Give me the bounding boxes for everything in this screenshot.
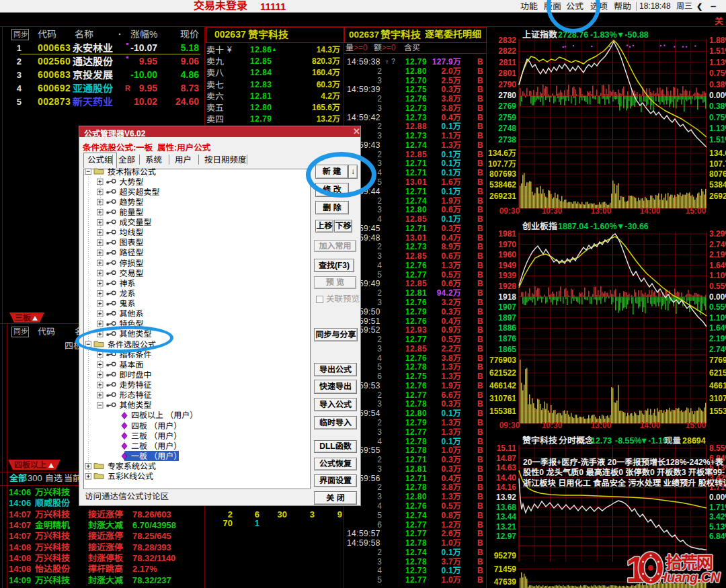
svg-text:15.11: 15.11	[497, 444, 517, 453]
svg-text:1970: 1970	[498, 240, 516, 249]
svg-text:12.97: 12.97	[496, 532, 516, 541]
svg-text:466142: 466142	[489, 381, 516, 390]
svg-text:310761: 310761	[709, 394, 726, 403]
svg-text:1907: 1907	[498, 302, 516, 312]
svg-text:▼-50.88: ▼-50.88	[616, 30, 649, 40]
svg-text:上证指数: 上证指数	[522, 30, 558, 40]
svg-text:107.7万: 107.7万	[488, 159, 516, 169]
svg-text:1.51%: 1.51%	[709, 135, 726, 144]
svg-text:10:30: 10:30	[542, 206, 563, 216]
svg-text:13.21: 13.21	[496, 522, 516, 532]
svg-text:538462: 538462	[709, 180, 726, 190]
svg-text:1887.04: 1887.04	[558, 222, 588, 231]
svg-text:269231: 269231	[489, 192, 516, 201]
svg-text:赞宇科技: 赞宇科技	[522, 435, 558, 446]
svg-text:13:00: 13:00	[591, 206, 612, 216]
svg-text:0.38%: 0.38%	[709, 80, 726, 89]
svg-text:1.88%: 1.88%	[709, 36, 726, 45]
svg-text:13.44: 13.44	[496, 512, 516, 521]
svg-text:0.00%: 0.00%	[709, 91, 726, 100]
svg-text:拾荒网: 拾荒网	[666, 553, 713, 572]
svg-text:1.71%: 1.71%	[709, 503, 726, 512]
svg-text:807693: 807693	[489, 169, 516, 179]
svg-text:269231: 269231	[709, 192, 726, 201]
svg-text:2822: 2822	[498, 46, 516, 56]
svg-text:3.42%: 3.42%	[709, 512, 726, 521]
svg-text:15:00: 15:00	[686, 421, 707, 430]
svg-text:1981: 1981	[498, 229, 516, 239]
svg-text:Huang.CN: Huang.CN	[657, 570, 721, 585]
svg-text:310761: 310761	[489, 394, 516, 403]
svg-text:14.40: 14.40	[496, 473, 516, 482]
svg-text:1.13%: 1.13%	[709, 58, 726, 67]
svg-text:6.84%: 6.84%	[709, 532, 726, 541]
svg-text:2790: 2790	[498, 80, 516, 89]
svg-text:2.74%: 2.74%	[709, 345, 726, 354]
svg-text:155381: 155381	[709, 407, 726, 416]
svg-text:▼-1.19: ▼-1.19	[640, 436, 668, 446]
svg-text:2.74%: 2.74%	[709, 240, 726, 249]
svg-text:14.16: 14.16	[496, 482, 516, 492]
svg-text:2769: 2769	[498, 101, 516, 111]
svg-text:-8.55%: -8.55%	[615, 436, 642, 446]
svg-text:28694: 28694	[682, 436, 706, 446]
svg-text:466142: 466142	[709, 381, 726, 390]
svg-text:1.10%: 1.10%	[709, 271, 726, 280]
svg-text:134.6万: 134.6万	[488, 149, 516, 158]
svg-text:1918: 1918	[498, 292, 516, 302]
svg-text:2801: 2801	[498, 69, 516, 78]
svg-text:621522: 621522	[489, 368, 516, 378]
svg-text:1.13%: 1.13%	[709, 124, 726, 133]
svg-text:71459: 71459	[494, 564, 517, 574]
svg-text:5.13%: 5.13%	[709, 522, 726, 532]
svg-text:107.7: 107.7	[709, 159, 726, 169]
svg-text:现量: 现量	[664, 436, 682, 446]
svg-text:1865: 1865	[498, 345, 516, 354]
svg-text:1876: 1876	[498, 334, 516, 343]
svg-text:2811: 2811	[499, 58, 516, 67]
svg-text:0.75%: 0.75%	[709, 113, 726, 122]
svg-text:776903: 776903	[489, 355, 516, 365]
svg-text:2780: 2780	[498, 91, 516, 100]
svg-text:3.29%: 3.29%	[709, 229, 726, 239]
svg-text:2.19%: 2.19%	[709, 334, 726, 343]
svg-text:▼-30.66: ▼-30.66	[616, 222, 649, 231]
svg-text:0.00%: 0.00%	[709, 292, 726, 302]
svg-text:0.00%: 0.00%	[709, 493, 726, 502]
svg-text:浙江板块 日用化工 食品安全 污水处理 业绩预升 股权转让: 浙江板块 日用化工 食品安全 污水处理 业绩预升 股权转让	[523, 478, 726, 488]
svg-text:13.92: 13.92	[496, 493, 516, 502]
svg-text:1886: 1886	[498, 323, 516, 333]
svg-text:0.55%: 0.55%	[709, 302, 726, 312]
svg-text:创业板指: 创业板指	[522, 221, 557, 231]
svg-text:1928: 1928	[498, 282, 516, 291]
svg-text:20一季报+医疗-洗手液 20一季报预增长128%-242%: 20一季报+医疗-洗手液 20一季报预增长128%-242%+表	[523, 458, 724, 467]
svg-text:2738: 2738	[498, 135, 516, 144]
svg-text:776903: 776903	[709, 355, 726, 365]
svg-text:三板: 三板	[15, 313, 32, 323]
svg-text:0.55%: 0.55%	[709, 282, 726, 291]
svg-text:538462: 538462	[489, 180, 516, 190]
svg-text:2748: 2748	[498, 124, 516, 133]
svg-text:09:30: 09:30	[499, 206, 520, 216]
svg-text:-1.60%: -1.60%	[590, 222, 617, 231]
svg-text:15:00: 15:00	[686, 206, 707, 216]
svg-text:14.87: 14.87	[496, 454, 516, 463]
svg-text:95279: 95279	[494, 551, 517, 560]
svg-text:14:00: 14:00	[640, 206, 661, 216]
svg-text:2759: 2759	[498, 113, 516, 122]
svg-text:股性0 龙头气质0 最高连板0 张停数0 开板数3 开板率9: 股性0 龙头气质0 最高连板0 张停数0 开板数3 开板率99-	[523, 468, 725, 477]
svg-text:12.73: 12.73	[591, 436, 612, 446]
svg-text:1.10%: 1.10%	[709, 313, 726, 323]
svg-text:1.64%: 1.64%	[709, 261, 726, 270]
svg-text:10:30: 10:30	[542, 421, 563, 430]
svg-text:-1.83%: -1.83%	[590, 30, 617, 40]
svg-text:13.68: 13.68	[496, 503, 516, 512]
svg-text:0.38%: 0.38%	[709, 101, 726, 111]
svg-text:1949: 1949	[498, 261, 516, 270]
svg-text:2832: 2832	[498, 36, 516, 45]
svg-text:1960: 1960	[498, 250, 516, 259]
svg-text:8.55%: 8.55%	[709, 444, 726, 453]
svg-text:47639: 47639	[494, 577, 517, 587]
svg-text:1897: 1897	[498, 313, 516, 323]
svg-text:四板以上: 四板以上	[14, 460, 46, 470]
